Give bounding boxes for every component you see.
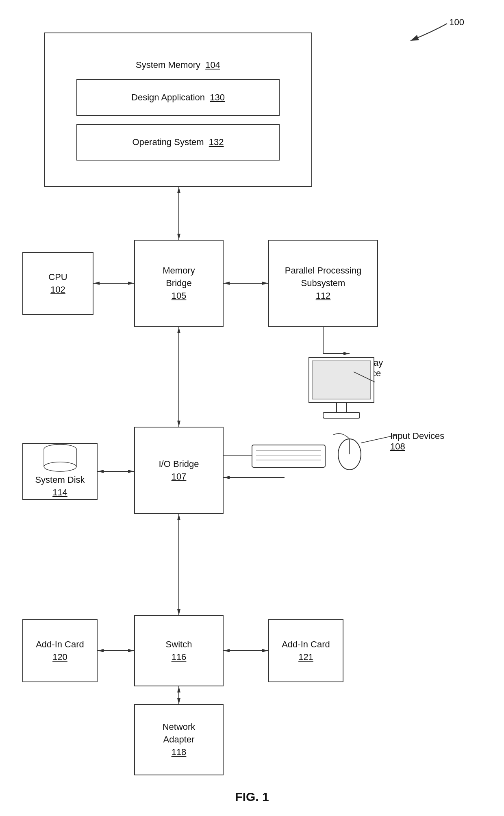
design-application-box: Design Application 130 [76, 79, 280, 116]
system-memory-label: System Memory 104 [136, 59, 220, 72]
network-adapter-num: 118 [172, 746, 187, 759]
network-adapter-label: NetworkAdapter [163, 721, 196, 746]
ref-100-label: 100 [449, 17, 464, 28]
svg-marker-23 [98, 470, 104, 473]
add-in-card-121-label: Add-In Card [282, 638, 330, 651]
switch-num: 116 [172, 651, 187, 664]
memory-bridge-label: MemoryBridge [163, 265, 195, 290]
svg-marker-36 [224, 649, 230, 652]
io-bridge-label: I/O Bridge [159, 458, 199, 471]
system-disk-num: 114 [52, 486, 67, 499]
svg-marker-39 [177, 686, 180, 692]
cpu-box: CPU 102 [22, 252, 93, 315]
operating-system-box: Operating System 132 [76, 124, 280, 161]
system-memory-box: System Memory 104 Design Application 130… [44, 33, 312, 187]
memory-bridge-num: 105 [172, 290, 187, 302]
switch-label: Switch [166, 638, 192, 651]
svg-marker-17 [177, 327, 180, 333]
svg-marker-31 [177, 609, 180, 615]
input-devices-label: Input Devices108 [390, 431, 444, 452]
svg-point-4 [44, 462, 76, 471]
svg-marker-26 [278, 454, 285, 457]
io-bridge-num: 107 [172, 471, 187, 483]
add-in-card-120-num: 120 [52, 651, 67, 664]
svg-marker-24 [128, 470, 134, 473]
network-adapter-box: NetworkAdapter 118 [134, 704, 224, 775]
display-device-label: DisplayDevice110 [354, 358, 383, 389]
svg-marker-15 [262, 282, 268, 285]
svg-marker-34 [128, 649, 134, 652]
svg-rect-46 [252, 445, 325, 467]
svg-marker-14 [224, 282, 230, 285]
switch-box: Switch 116 [134, 615, 224, 686]
design-app-label: Design Application 130 [131, 91, 225, 104]
svg-marker-8 [177, 187, 180, 193]
system-disk-label: System Disk [35, 474, 85, 486]
svg-marker-9 [177, 234, 180, 240]
figure-label: FIG. 1 [235, 790, 269, 804]
io-bridge-box: I/O Bridge 107 [134, 427, 224, 514]
system-disk-box: System Disk 114 [22, 443, 98, 500]
svg-marker-30 [177, 514, 180, 520]
svg-marker-12 [128, 282, 134, 285]
add-in-card-121-num: 121 [298, 651, 313, 664]
svg-point-50 [338, 439, 361, 470]
svg-marker-11 [93, 282, 100, 285]
cpu-num: 102 [50, 284, 65, 296]
svg-marker-40 [177, 698, 180, 704]
svg-marker-33 [98, 649, 104, 652]
parallel-processing-num: 112 [316, 290, 331, 302]
parallel-processing-box: Parallel ProcessingSubsystem 112 [268, 240, 378, 327]
cpu-label: CPU [48, 271, 67, 284]
svg-rect-43 [337, 402, 346, 412]
svg-marker-28 [224, 476, 230, 479]
svg-marker-37 [262, 649, 268, 652]
memory-bridge-box: MemoryBridge 105 [134, 240, 224, 327]
svg-marker-21 [343, 352, 350, 355]
parallel-processing-label: Parallel ProcessingSubsystem [285, 265, 361, 290]
os-label: Operating System 132 [132, 136, 224, 149]
add-in-card-121-box: Add-In Card 121 [268, 619, 343, 682]
system-disk-icon [36, 444, 85, 473]
svg-rect-44 [323, 412, 360, 418]
add-in-card-120-box: Add-In Card 120 [22, 619, 98, 682]
svg-marker-18 [177, 421, 180, 427]
add-in-card-120-label: Add-In Card [36, 638, 84, 651]
diagram-container: 100 System Memory 104 Design Application… [0, 0, 504, 816]
